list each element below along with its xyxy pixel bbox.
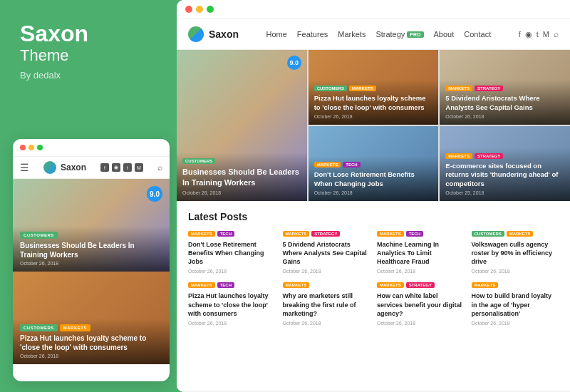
post-badges-2-2: MARKETS bbox=[283, 282, 370, 288]
mobile-card-title-1: Businesses Should Be Leaders In Training… bbox=[20, 241, 162, 259]
nav-markets[interactable]: Markets bbox=[338, 30, 366, 38]
featured-card-2-date: October 26, 2018 bbox=[314, 114, 433, 119]
nav-about[interactable]: About bbox=[434, 30, 455, 38]
post-title-1-4: Volkswagen culls agency roster by 90% in… bbox=[472, 240, 559, 266]
featured-card-5-badges: MARKETS STRATEGY bbox=[445, 153, 564, 159]
post-badge-markets: MARKETS bbox=[283, 282, 310, 288]
post-badge-markets: MARKETS bbox=[283, 231, 310, 237]
post-card-2-3[interactable]: MARKETS STRATEGY How can white label ser… bbox=[377, 282, 465, 325]
mobile-window-dots bbox=[20, 145, 43, 150]
nav-links: Home Features Markets Strategy PRO About… bbox=[266, 30, 492, 38]
nav-medium-icon[interactable]: M bbox=[543, 30, 549, 38]
badge-markets-2: MARKETS bbox=[60, 324, 90, 331]
post-badge-tech: TECH bbox=[217, 231, 234, 237]
instagram-icon[interactable]: ◉ bbox=[112, 163, 120, 172]
post-card-2-1[interactable]: MARKETS TECH Pizza Hut launches loyalty … bbox=[188, 282, 276, 325]
post-badges-1-4: CUSTOMERS MARKETS bbox=[472, 231, 559, 237]
post-date-1-3: October 26, 2018 bbox=[377, 269, 465, 274]
hamburger-icon[interactable]: ☰ bbox=[20, 162, 29, 173]
post-badge-markets: MARKETS bbox=[188, 231, 215, 237]
mobile-card-badges-2: CUSTOMERS MARKETS bbox=[20, 324, 162, 331]
post-badge-strategy: STRATEGY bbox=[406, 282, 435, 288]
badge-strategy-3: STRATEGY bbox=[475, 86, 503, 91]
nav-instagram-icon[interactable]: ◉ bbox=[525, 30, 532, 39]
brand-title: Saxon Theme bbox=[20, 21, 162, 66]
post-title-2-1: Pizza Hut launches loyalty scheme to 'cl… bbox=[188, 292, 276, 317]
post-badges-2-3: MARKETS STRATEGY bbox=[377, 282, 465, 288]
browser-window-dots bbox=[185, 6, 214, 13]
minimize-dot bbox=[196, 6, 203, 13]
mobile-card-overlay-1: CUSTOMERS Businesses Should Be Leaders I… bbox=[13, 226, 170, 272]
post-title-2-3: How can white label services benefit you… bbox=[377, 292, 465, 317]
featured-card-3-badges: MARKETS STRATEGY bbox=[445, 86, 564, 91]
nav-strategy[interactable]: Strategy PRO bbox=[375, 30, 423, 38]
post-badges-1-2: MARKETS STRATEGY bbox=[283, 231, 370, 237]
mobile-social-icons: f ◉ t M bbox=[100, 163, 143, 172]
mobile-card-date-2: October 26, 2018 bbox=[20, 354, 162, 359]
featured-card-2-title: Pizza Hut launches loyalty scheme to 'cl… bbox=[314, 94, 433, 112]
latest-posts-section: Latest Posts MARKETS TECH Don't Lose Ret… bbox=[177, 201, 570, 336]
post-badge-customers: CUSTOMERS bbox=[472, 231, 504, 237]
post-date-2-1: October 26, 2018 bbox=[188, 321, 276, 326]
posts-grid-row2: MARKETS TECH Pizza Hut launches loyalty … bbox=[188, 282, 559, 325]
badge-tech-4: TECH bbox=[343, 162, 360, 167]
post-card-2-4[interactable]: MARKETS How to build brand loyalty in th… bbox=[472, 282, 559, 325]
twitter-icon[interactable]: t bbox=[123, 163, 132, 172]
nav-social-icons: f ◉ t M ⌕ bbox=[519, 29, 559, 39]
nav-search-icon[interactable]: ⌕ bbox=[554, 29, 559, 39]
post-title-1-1: Don't Lose Retirement Benefits When Chan… bbox=[188, 240, 276, 266]
nav-twitter-icon[interactable]: t bbox=[537, 30, 539, 38]
medium-icon[interactable]: M bbox=[135, 163, 143, 172]
post-card-1-2[interactable]: MARKETS STRATEGY 5 Dividend Aristocrats … bbox=[283, 231, 370, 274]
featured-card-4-title: Don't Lose Retirement Benefits When Chan… bbox=[314, 170, 433, 188]
featured-card-5-title: E-commerce sites focused on returns visi… bbox=[445, 162, 564, 188]
mobile-card-date-1: October 26, 2018 bbox=[20, 261, 162, 266]
badge-markets-4: MARKETS bbox=[314, 162, 341, 167]
featured-card-5[interactable]: MARKETS STRATEGY E-commerce sites focuse… bbox=[440, 126, 570, 201]
featured-score: 9.0 bbox=[287, 56, 301, 70]
score-badge: 9.0 bbox=[147, 186, 162, 202]
post-badge-tech: TECH bbox=[217, 282, 234, 288]
latest-posts-title: Latest Posts bbox=[188, 211, 559, 222]
post-title-1-3: Machine Learning In Analytics To Limit H… bbox=[377, 240, 465, 266]
content-area: 9.0 CUSTOMERS Businesses Should Be Leade… bbox=[177, 50, 570, 391]
featured-card-4-date: October 26, 2018 bbox=[314, 190, 433, 195]
featured-card-2[interactable]: CUSTOMERS MARKETS Pizza Hut launches loy… bbox=[309, 50, 439, 125]
post-card-1-4[interactable]: CUSTOMERS MARKETS Volkswagen culls agenc… bbox=[472, 231, 559, 274]
featured-card-1[interactable]: 9.0 CUSTOMERS Businesses Should Be Leade… bbox=[177, 50, 307, 201]
mobile-card-2[interactable]: CUSTOMERS MARKETS Pizza Hut launches loy… bbox=[13, 272, 170, 364]
mobile-card-overlay-2: CUSTOMERS MARKETS Pizza Hut launches loy… bbox=[13, 319, 170, 364]
mobile-card-badges-1: CUSTOMERS bbox=[20, 232, 162, 239]
nav-contact[interactable]: Contact bbox=[464, 30, 491, 38]
mobile-preview: ☰ Saxon f ◉ t M ⌕ 9.0 CUSTOMERS Business… bbox=[13, 139, 170, 381]
featured-card-4-badges: MARKETS TECH bbox=[314, 162, 433, 167]
nav-home[interactable]: Home bbox=[266, 30, 287, 38]
post-card-1-3[interactable]: MARKETS TECH Machine Learning In Analyti… bbox=[377, 231, 465, 274]
post-badges-1-1: MARKETS TECH bbox=[188, 231, 276, 237]
post-card-2-2[interactable]: MARKETS Why are marketers still breaking… bbox=[283, 282, 370, 325]
featured-card-1-title: Businesses Should Be Leaders In Training… bbox=[182, 167, 301, 188]
post-card-1-1[interactable]: MARKETS TECH Don't Lose Retirement Benef… bbox=[188, 231, 276, 274]
maximize-dot bbox=[207, 6, 214, 13]
featured-grid: 9.0 CUSTOMERS Businesses Should Be Leade… bbox=[177, 50, 570, 201]
featured-card-4[interactable]: MARKETS TECH Don't Lose Retirement Benef… bbox=[309, 126, 439, 201]
post-badges-2-4: MARKETS bbox=[472, 282, 559, 288]
nav-logo-icon bbox=[188, 26, 204, 42]
mobile-card-1[interactable]: 9.0 CUSTOMERS Businesses Should Be Leade… bbox=[13, 179, 170, 272]
facebook-icon[interactable]: f bbox=[100, 163, 109, 172]
mobile-logo: Saxon bbox=[43, 161, 86, 174]
nav-features[interactable]: Features bbox=[297, 30, 328, 38]
nav-facebook-icon[interactable]: f bbox=[519, 30, 521, 38]
featured-card-3-overlay: MARKETS STRATEGY 5 Dividend Aristocrats … bbox=[440, 80, 570, 125]
post-title-1-2: 5 Dividend Aristocrats Where Analysts Se… bbox=[283, 240, 370, 266]
featured-card-1-overlay: CUSTOMERS Businesses Should Be Leaders I… bbox=[177, 153, 307, 201]
mobile-search-icon[interactable]: ⌕ bbox=[157, 163, 162, 172]
featured-card-3[interactable]: MARKETS STRATEGY 5 Dividend Aristocrats … bbox=[440, 50, 570, 125]
pro-badge: PRO bbox=[407, 31, 423, 38]
badge-markets-5: MARKETS bbox=[445, 153, 472, 159]
badge-customers-2: CUSTOMERS bbox=[314, 86, 347, 91]
featured-card-4-overlay: MARKETS TECH Don't Lose Retirement Benef… bbox=[309, 156, 439, 201]
featured-card-5-overlay: MARKETS STRATEGY E-commerce sites focuse… bbox=[440, 148, 570, 201]
featured-card-1-badges: CUSTOMERS bbox=[182, 158, 301, 164]
mobile-nav-bar: ☰ Saxon f ◉ t M ⌕ bbox=[13, 157, 170, 179]
